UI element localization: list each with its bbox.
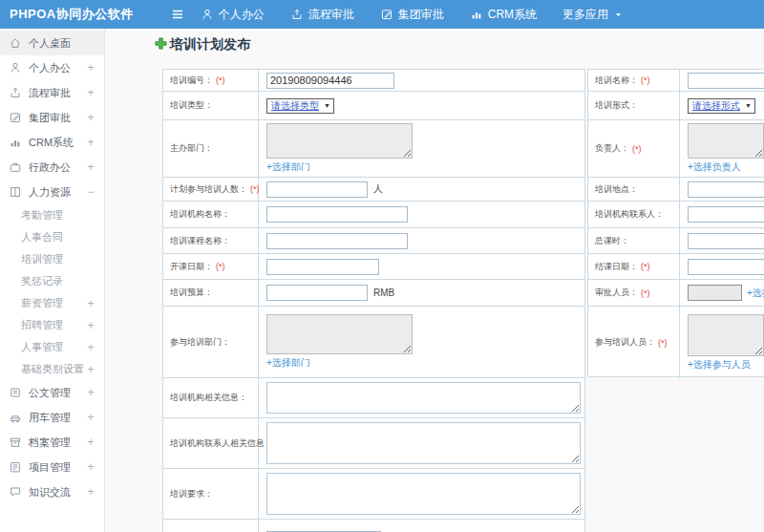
planned-participants-suffix: 人 <box>373 182 383 196</box>
expand-toggle-document-mgmt[interactable]: + <box>86 386 96 399</box>
required-marker: (*) <box>658 338 668 348</box>
sidebar-item-label: 知识交流 <box>29 485 86 500</box>
required-marker: (*) <box>216 75 225 85</box>
sidebar-subitem-salary-mgmt[interactable]: 薪资管理+ <box>0 292 104 314</box>
sidebar-item-hr[interactable]: 人力资源− <box>0 180 104 204</box>
form-row-training-name: 培训名称：(*) <box>588 70 764 92</box>
sidebar-subitem-label: 人事合同 <box>21 230 96 245</box>
sidebar-item-project-mgmt[interactable]: 项目管理+ <box>0 455 104 479</box>
sidebar-item-personal-office[interactable]: 个人办公+ <box>0 55 104 80</box>
form-row-start-date: 开课日期：(*) <box>163 254 584 280</box>
sidebar-item-personal-desktop[interactable]: 个人桌面 <box>0 31 104 55</box>
nav-item-crm-system[interactable]: CRM系统 <box>470 7 537 23</box>
sidebar-subitem-personnel-contract[interactable]: 人事合同 <box>0 226 104 248</box>
training-participants-textarea[interactable] <box>688 314 764 356</box>
budget-label: 培训预算： <box>163 280 259 306</box>
expand-toggle-admin-office[interactable]: + <box>86 160 96 174</box>
planned-participants-input[interactable] <box>266 181 368 198</box>
sidebar-subitem-personnel-mgmt[interactable]: 人事管理+ <box>0 336 104 358</box>
training-participants-link[interactable]: +选择参与人员 <box>688 358 751 372</box>
expand-toggle-personnel-mgmt[interactable]: + <box>86 341 96 354</box>
sidebar-item-group-approval[interactable]: 集团审批+ <box>0 105 104 130</box>
participating-depts-textarea[interactable] <box>266 314 413 354</box>
sidebar-item-label: CRM系统 <box>29 136 86 150</box>
expand-toggle-archive-mgmt[interactable]: + <box>86 436 96 449</box>
sidebar-item-vehicle-mgmt[interactable]: 用车管理+ <box>0 405 104 430</box>
app-logo: PHPOA协同办公软件 <box>10 6 134 23</box>
expand-toggle-workflow-approval[interactable]: + <box>86 86 96 99</box>
form-row-training-type: 培训类型：请选择类型▼ <box>163 92 584 120</box>
sidebar-item-admin-office[interactable]: 行政办公+ <box>0 155 104 180</box>
course-name-input[interactable] <box>266 233 408 249</box>
training-name-label: 培训名称：(*) <box>588 70 680 91</box>
expand-toggle-recruitment-mgmt[interactable]: + <box>86 319 96 332</box>
nav-item-label: 个人办公 <box>219 7 265 23</box>
sidebar-subitem-recruitment-mgmt[interactable]: 招聘管理+ <box>0 314 104 336</box>
start-date-input[interactable] <box>266 259 379 275</box>
form-row-course-name: 培训课程名称： <box>163 228 584 254</box>
menu-toggle-icon[interactable] <box>170 7 185 22</box>
doc-icon <box>9 386 23 399</box>
form-row-location: 培训地点： <box>588 178 764 202</box>
org-contact-input[interactable] <box>688 206 764 223</box>
sidebar-item-crm-system[interactable]: CRM系统+ <box>0 130 104 155</box>
training-no-input[interactable] <box>266 73 394 89</box>
sidebar-subitem-training-mgmt[interactable]: 培训管理 <box>0 248 104 270</box>
leader-textarea[interactable] <box>688 123 764 159</box>
requirements-textarea[interactable] <box>266 473 581 515</box>
nav-item-personal-office[interactable]: 个人办公 <box>201 7 265 23</box>
sidebar-subitem-label: 薪资管理 <box>21 296 86 310</box>
approvers-label: 审批人员：(*) <box>588 280 680 306</box>
training-name-input[interactable] <box>688 73 764 89</box>
org-name-input[interactable] <box>266 206 408 223</box>
sidebar-item-label: 公文管理 <box>29 386 86 400</box>
chat-icon <box>9 485 23 499</box>
form-row-training-form: 培训形式：请选择形式▼ <box>588 92 764 120</box>
training-form-select[interactable]: 请选择形式▼ <box>688 98 755 114</box>
leader-link[interactable]: +选择负责人 <box>688 160 741 174</box>
requirements-label: 培训要求： <box>163 469 259 519</box>
expand-toggle-group-approval[interactable]: + <box>86 111 96 124</box>
host-dept-textarea[interactable] <box>266 123 413 159</box>
org-info-textarea[interactable] <box>266 382 581 414</box>
form-row-requirements: 培训要求： <box>163 469 584 520</box>
location-input[interactable] <box>688 181 764 198</box>
nav-item-workflow-approval[interactable]: 流程审批 <box>290 7 354 23</box>
approvers-link[interactable]: +选择审批人员 <box>747 287 764 300</box>
expand-toggle-vehicle-mgmt[interactable]: + <box>86 411 96 424</box>
participating-depts-link[interactable]: +选择部门 <box>266 356 310 370</box>
end-date-label: 结课日期：(*) <box>588 254 680 279</box>
sidebar-item-document-mgmt[interactable]: 公文管理+ <box>0 380 104 405</box>
training-form-select-value: 请选择形式 <box>692 99 740 113</box>
sidebar-item-workflow-approval[interactable]: 流程审批+ <box>0 80 104 105</box>
form-row-org-contact: 培训机构联系人： <box>588 202 764 228</box>
sidebar-subitem-reward-punishment[interactable]: 奖惩记录 <box>0 270 104 292</box>
sidebar-subitem-base-category-settings[interactable]: 基础类别设置+ <box>0 358 104 380</box>
nav-item-label: 集团审批 <box>398 7 444 23</box>
org-contact-info-textarea[interactable] <box>266 422 581 464</box>
expand-toggle-project-mgmt[interactable]: + <box>86 460 96 474</box>
budget-input[interactable] <box>266 285 368 301</box>
form-row-attachment: 附件文档：+附件上传 <box>163 520 584 532</box>
nav-item-more-apps[interactable]: 更多应用 <box>562 7 624 23</box>
host-dept-link[interactable]: +选择部门 <box>266 160 310 174</box>
expand-toggle-personal-office[interactable]: + <box>86 61 96 74</box>
expand-toggle-salary-mgmt[interactable]: + <box>86 297 96 310</box>
nav-item-group-approval[interactable]: 集团审批 <box>380 7 444 23</box>
sidebar-item-archive-mgmt[interactable]: 档案管理+ <box>0 430 104 455</box>
training-type-select[interactable]: 请选择类型▼ <box>266 98 334 114</box>
end-date-input[interactable] <box>688 259 764 275</box>
expand-toggle-hr[interactable]: − <box>86 185 96 199</box>
expand-toggle-base-category-settings[interactable]: + <box>86 363 96 376</box>
expand-toggle-knowledge-exchange[interactable]: + <box>86 485 96 499</box>
total-hours-input[interactable] <box>688 233 764 249</box>
approvers-input[interactable] <box>688 285 742 301</box>
chart-icon <box>9 136 23 149</box>
leader-label: 负责人：(*) <box>588 120 680 177</box>
expand-toggle-crm-system[interactable]: + <box>86 136 96 149</box>
topbar: PHPOA协同办公软件 个人办公流程审批集团审批CRM系统更多应用 <box>0 0 764 29</box>
sidebar-subitem-attendance-mgmt[interactable]: 考勤管理 <box>0 204 104 226</box>
sidebar-item-knowledge-exchange[interactable]: 知识交流+ <box>0 479 104 504</box>
form-row-end-date: 结课日期：(*) <box>588 254 764 280</box>
org-contact-info-label: 培训机构联系人相关信息： <box>163 418 259 468</box>
